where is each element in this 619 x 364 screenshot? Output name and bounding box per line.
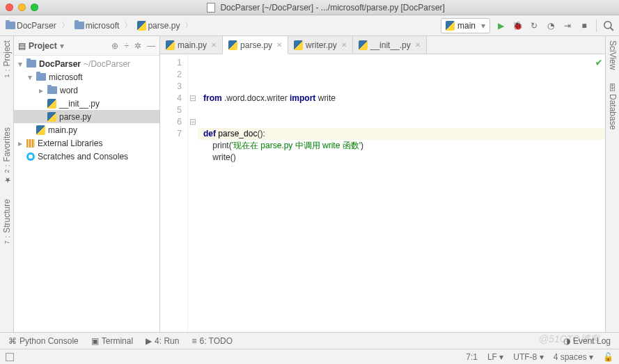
debug-button[interactable]: 🐞	[511, 19, 524, 32]
disclosure-triangle[interactable]: ▾	[26, 72, 33, 82]
separator	[596, 19, 597, 32]
project-tool-window: ▤ Project ▾ ⊕ ÷ ✲ — ▾DocParser ~/DocPars…	[14, 36, 160, 332]
project-tree[interactable]: ▾DocParser ~/DocParser▾microsoft▸word__i…	[14, 56, 159, 332]
code-line[interactable]: write()	[203, 152, 600, 164]
code-line[interactable]: print('现在在 parse.py 中调用 write 函数')	[203, 140, 600, 152]
window-controls	[6, 3, 38, 11]
tree-item[interactable]: main.py	[14, 123, 159, 136]
code-line[interactable]: from .word.docx.writer import write	[203, 93, 600, 104]
close-tab-button[interactable]: ✕	[211, 41, 217, 49]
close-tab-button[interactable]: ✕	[341, 41, 347, 49]
window-title: DocParser [~/DocParser] - .../microsoft/…	[38, 3, 613, 13]
line-number-gutter: 1234567	[160, 54, 188, 332]
tool-tab-database[interactable]: 🗄 Database	[608, 84, 618, 129]
tool-tab-sciview[interactable]: SciView	[608, 40, 618, 70]
project-panel-header: ▤ Project ▾ ⊕ ÷ ✲ —	[14, 36, 159, 56]
tree-label: parse.py	[59, 112, 91, 122]
left-tool-rail: 1: Project ★ 2: Favorites 7: Structure	[0, 36, 14, 332]
disclosure-triangle[interactable]: ▸	[38, 86, 45, 95]
code-content[interactable]: ✔ from .word.docx.writer import write de…	[198, 54, 605, 332]
close-tab-button[interactable]: ✕	[415, 41, 421, 49]
fold-gutter[interactable]: ⊟⊟	[188, 54, 198, 332]
tree-item[interactable]: ▸word	[14, 84, 159, 97]
line-separator[interactable]: LF ▾	[487, 352, 503, 362]
tool-window-button[interactable]: ▶4: Run	[146, 336, 179, 346]
chevron-right-icon: 〉	[59, 19, 72, 31]
tab-label: parse.py	[240, 40, 272, 50]
locate-button[interactable]: ⊕	[111, 41, 118, 51]
settings-button[interactable]: ✲	[134, 41, 141, 51]
collapse-all-button[interactable]: ÷	[124, 41, 129, 51]
python-file-icon	[137, 21, 146, 31]
stop-button[interactable]: ■	[578, 19, 590, 32]
chevron-down-icon[interactable]: ▾	[60, 41, 64, 51]
tree-item[interactable]: ▸External Libraries	[14, 136, 159, 150]
tool-window-button[interactable]: ⌘Python Console	[8, 336, 79, 346]
tool-window-button[interactable]: ≡6: TODO	[191, 336, 233, 346]
tree-item[interactable]: __init__.py	[14, 97, 159, 110]
breadcrumb[interactable]: microsoft	[73, 21, 121, 31]
tree-label: main.py	[48, 125, 77, 135]
indent-setting[interactable]: 4 spaces ▾	[554, 352, 593, 362]
editor-tab[interactable]: main.py✕	[160, 36, 223, 54]
tree-label: word	[60, 86, 78, 95]
tool-window-button[interactable]: ▣Terminal	[91, 336, 133, 346]
inspection-ok-icon: ✔	[595, 57, 602, 69]
breadcrumb[interactable]: parse.py	[136, 21, 181, 31]
python-file-icon	[294, 40, 303, 50]
code-line[interactable]	[203, 164, 600, 175]
tool-tab-structure[interactable]: 7: Structure	[2, 199, 12, 244]
scratches-icon	[26, 152, 35, 161]
chevron-down-icon: ▾	[481, 21, 485, 31]
editor: main.py✕parse.py✕writer.py✕__init__.py✕ …	[160, 36, 605, 332]
code-area[interactable]: 1234567 ⊟⊟ ✔ from .word.docx.writer impo…	[160, 54, 605, 332]
project-panel-tools: ⊕ ÷ ✲ —	[111, 41, 155, 51]
python-file-icon	[228, 40, 237, 50]
tab-label: main.py	[178, 40, 207, 50]
svg-line-1	[611, 27, 613, 30]
close-tab-button[interactable]: ✕	[276, 41, 282, 49]
minimize-window-button[interactable]	[18, 3, 26, 11]
project-panel-title: Project	[29, 41, 57, 51]
tree-item[interactable]: ▾DocParser ~/DocParser	[14, 57, 159, 70]
readonly-lock-icon[interactable]: 🔓	[603, 352, 613, 362]
tool-tab-project[interactable]: 1: Project	[2, 40, 12, 77]
disclosure-triangle[interactable]: ▸	[17, 139, 24, 148]
zoom-window-button[interactable]	[31, 3, 38, 11]
caret-position[interactable]: 7:1	[466, 352, 478, 362]
code-line[interactable]	[203, 116, 600, 128]
tree-item[interactable]: Scratches and Consoles	[14, 150, 159, 163]
tab-label: writer.py	[306, 40, 337, 50]
editor-tab[interactable]: __init__.py✕	[353, 36, 427, 54]
disclosure-triangle[interactable]: ▾	[17, 59, 24, 69]
tool-icon: ⌘	[8, 336, 17, 346]
bottom-tool-bar: ⌘Python Console▣Terminal▶4: Run≡6: TODO …	[0, 332, 619, 349]
tree-item[interactable]: ▾microsoft	[14, 70, 159, 84]
tool-icon: ▶	[146, 336, 152, 346]
editor-tab[interactable]: parse.py✕	[223, 36, 288, 54]
attach-button[interactable]: ⇥	[561, 19, 574, 32]
folder-icon	[26, 60, 36, 68]
close-window-button[interactable]	[6, 3, 13, 11]
code-line[interactable]: def parse_doc():	[203, 128, 600, 140]
tab-label: __init__.py	[370, 40, 411, 50]
editor-tab[interactable]: writer.py✕	[288, 36, 353, 54]
breadcrumb[interactable]: DocParser	[4, 21, 58, 31]
tool-icon: ▣	[91, 336, 99, 346]
search-icon	[602, 19, 615, 32]
profile-button[interactable]: ◔	[544, 19, 557, 32]
run-with-coverage-button[interactable]: ↻	[528, 19, 540, 32]
folder-icon	[36, 73, 46, 81]
file-encoding[interactable]: UTF-8 ▾	[513, 352, 543, 362]
search-everywhere-button[interactable]	[602, 19, 615, 32]
python-file-icon	[47, 112, 56, 122]
code-line[interactable]	[203, 104, 600, 116]
tool-window-quick-access[interactable]	[6, 353, 14, 361]
tool-tab-favorites[interactable]: ★ 2: Favorites	[2, 127, 12, 184]
tree-item[interactable]: parse.py	[14, 110, 159, 123]
library-icon	[26, 139, 35, 148]
run-configuration-selector[interactable]: main ▾	[441, 18, 490, 33]
hide-button[interactable]: —	[147, 41, 155, 51]
event-log-button[interactable]: ◑ Event Log	[563, 336, 611, 346]
run-button[interactable]: ▶	[494, 19, 507, 32]
